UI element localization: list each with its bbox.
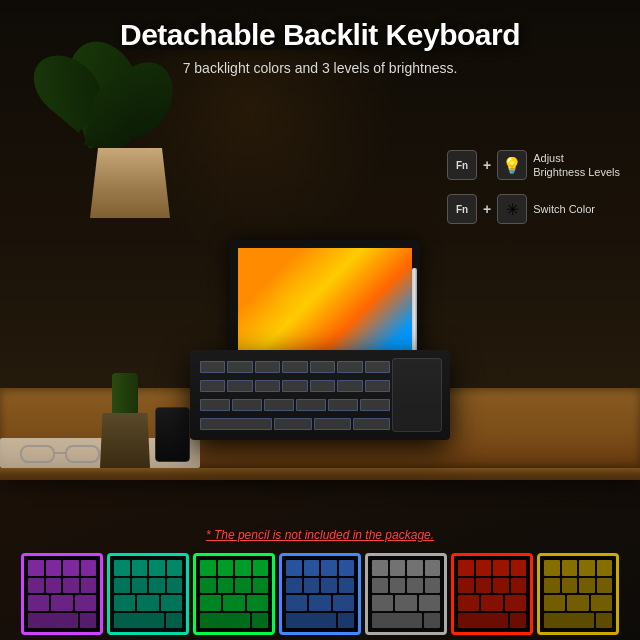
key-row-3 <box>200 396 390 413</box>
key <box>200 380 225 392</box>
key <box>296 399 326 411</box>
swatch-keyboard-purple <box>24 556 100 632</box>
swatch-key <box>252 613 269 629</box>
swatch-key <box>132 578 148 594</box>
swatch-key <box>511 560 527 576</box>
cactus <box>112 373 138 413</box>
swatch-cyan <box>107 553 189 635</box>
swatch-key <box>304 578 320 594</box>
swatch-row <box>544 560 612 576</box>
glasses-bridge <box>55 452 65 454</box>
swatch-row <box>28 613 96 629</box>
swatch-row <box>114 578 182 594</box>
swatch-key <box>80 613 97 629</box>
swatch-key <box>114 578 130 594</box>
swatch-key <box>458 595 479 611</box>
swatch-row <box>544 613 612 629</box>
swatch-keyboard-green <box>196 556 272 632</box>
swatch-key <box>218 560 234 576</box>
swatch-key <box>200 578 216 594</box>
key <box>310 380 335 392</box>
swatch-key <box>286 578 302 594</box>
swatch-key <box>321 560 337 576</box>
keyboard-keys <box>200 358 390 432</box>
swatch-key <box>81 578 97 594</box>
swatch-keyboard-red <box>454 556 530 632</box>
plant-leaves <box>40 40 180 160</box>
swatch-key <box>286 613 336 629</box>
swatch-row <box>372 595 440 611</box>
swatch-row <box>458 578 526 594</box>
swatch-key <box>458 578 474 594</box>
swatch-green <box>193 553 275 635</box>
key <box>232 399 262 411</box>
swatch-key <box>425 560 441 576</box>
glasses-right-lens <box>65 445 100 463</box>
swatch-keyboard-cyan <box>110 556 186 632</box>
swatch-key <box>339 578 355 594</box>
swatch-row <box>114 560 182 576</box>
swatch-row <box>544 595 612 611</box>
swatch-white <box>365 553 447 635</box>
swatch-key <box>28 613 78 629</box>
swatch-key <box>46 560 62 576</box>
key <box>314 418 351 430</box>
swatch-key <box>493 578 509 594</box>
swatch-key <box>286 595 307 611</box>
key <box>255 380 280 392</box>
keyboard-base <box>190 350 450 440</box>
swatch-key <box>544 578 560 594</box>
key <box>264 399 294 411</box>
swatch-row <box>200 560 268 576</box>
swatch-key <box>476 578 492 594</box>
key <box>227 380 252 392</box>
swatch-key <box>372 613 422 629</box>
swatch-key <box>372 595 393 611</box>
key <box>337 361 362 373</box>
info-panel: Fn + 💡 AdjustBrightness Levels Fn + ✳ Sw… <box>447 150 620 224</box>
swatch-key <box>458 560 474 576</box>
swatch-key <box>200 560 216 576</box>
brightness-label: AdjustBrightness Levels <box>533 151 620 180</box>
swatch-key <box>114 595 135 611</box>
swatch-row <box>372 613 440 629</box>
key <box>200 399 230 411</box>
swatch-key <box>286 560 302 576</box>
swatch-red <box>451 553 533 635</box>
swatch-row <box>28 578 96 594</box>
swatch-key <box>166 613 183 629</box>
swatch-key <box>597 560 613 576</box>
touchpad <box>392 358 442 432</box>
swatch-key <box>390 560 406 576</box>
swatch-key <box>149 578 165 594</box>
key <box>255 361 280 373</box>
swatch-key <box>253 560 269 576</box>
swatch-row <box>458 595 526 611</box>
swatch-keyboard-yellow <box>540 556 616 632</box>
swatch-key <box>338 613 355 629</box>
main-container: Detachable Backlit Keyboard 7 backlight … <box>0 0 640 640</box>
swatch-key <box>304 560 320 576</box>
color-switch-icon: ✳ <box>497 194 527 224</box>
swatch-key <box>567 595 588 611</box>
swatch-key <box>372 578 388 594</box>
key <box>282 361 307 373</box>
swatch-key <box>137 595 158 611</box>
swatch-key <box>407 578 423 594</box>
swatch-key <box>253 578 269 594</box>
swatch-key <box>544 595 565 611</box>
swatch-key <box>161 595 182 611</box>
color-swatches <box>0 553 640 635</box>
key <box>328 399 358 411</box>
key-row-1 <box>200 358 390 375</box>
key <box>282 380 307 392</box>
swatch-key <box>223 595 244 611</box>
swatch-yellow <box>537 553 619 635</box>
key-row-2 <box>200 377 390 394</box>
swatch-key <box>75 595 96 611</box>
swatch-key <box>458 613 508 629</box>
swatch-key <box>591 595 612 611</box>
swatch-row <box>372 578 440 594</box>
switch-color-label: Switch Color <box>533 202 595 216</box>
fn-key-color: Fn <box>447 194 477 224</box>
